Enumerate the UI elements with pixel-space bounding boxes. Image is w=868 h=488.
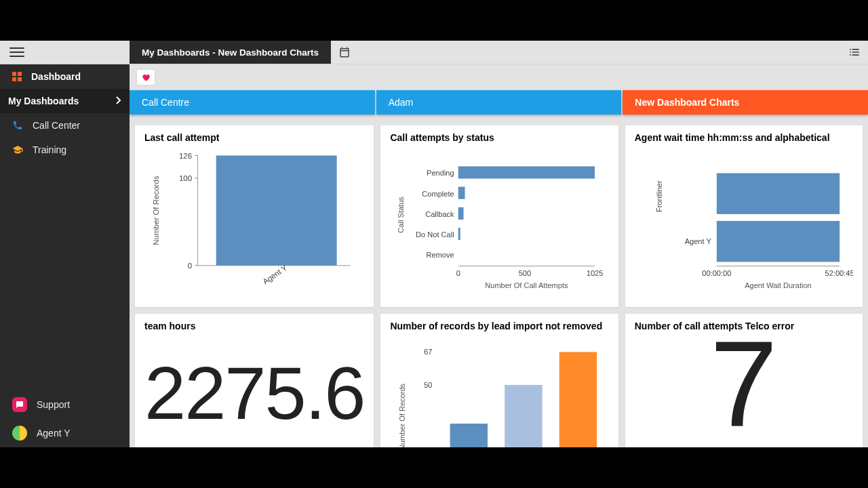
svg-text:Frontliner: Frontliner (655, 180, 663, 212)
chart-last-call: 0100126Agent YNumber Of Records (144, 147, 364, 306)
svg-text:Pending: Pending (427, 169, 455, 177)
svg-text:0: 0 (188, 262, 192, 270)
svg-text:Agent Wait Duration: Agent Wait Duration (745, 281, 812, 289)
svg-text:0: 0 (456, 269, 460, 277)
svg-rect-22 (458, 228, 460, 240)
nav-dashboard-label: Dashboard (31, 71, 117, 82)
topbar: My Dashboards - New Dashboard Charts (130, 41, 868, 64)
card-title: Number of records by lead import not rem… (390, 321, 608, 331)
card-telco: Number of call attempts Telco error 7 (625, 314, 863, 447)
svg-rect-2 (12, 77, 16, 81)
heart-icon (141, 73, 151, 82)
list-button[interactable] (841, 41, 868, 64)
svg-rect-0 (12, 72, 16, 76)
svg-text:00:00:00: 00:00:00 (702, 269, 731, 277)
nav-user[interactable]: Agent Y (0, 419, 130, 447)
svg-text:Agent Y: Agent Y (261, 263, 289, 285)
card-title: Last call attempt (144, 132, 364, 143)
svg-rect-16 (458, 166, 595, 178)
nav-support[interactable]: Support (0, 390, 130, 419)
content: Last call attempt 0100126Agent YNumber O… (130, 117, 868, 447)
app-shell: Dashboard My Dashboards Call Center Trai… (0, 41, 868, 447)
chevron-right-icon (116, 96, 121, 106)
svg-text:126: 126 (179, 152, 192, 160)
toolbar (130, 64, 868, 90)
tab-label: New Dashboard Charts (635, 97, 739, 108)
avatar-icon (12, 426, 27, 441)
tab-label: Call Centre (142, 97, 189, 108)
date-picker-button[interactable] (331, 41, 358, 64)
svg-text:Complete: Complete (422, 190, 454, 198)
metric-telco: 7 (635, 336, 853, 447)
card-title: Call attempts by status (390, 132, 608, 143)
grid-icon (12, 72, 22, 81)
svg-rect-34 (717, 221, 840, 262)
svg-rect-20 (458, 207, 464, 220)
nav-call-center[interactable]: Call Center (0, 113, 130, 138)
graduation-cap-icon (12, 144, 23, 155)
card-title: team hours (144, 321, 364, 331)
card-by-status: Call attempts by status PendingCompleteC… (380, 125, 618, 307)
tab-new-dashboard-charts[interactable]: New Dashboard Charts (623, 90, 868, 115)
svg-rect-43 (559, 352, 597, 447)
svg-rect-42 (505, 385, 542, 447)
card-team-hours: team hours 2275.6 (135, 314, 374, 447)
svg-text:Callback: Callback (426, 210, 455, 218)
tab-call-centre[interactable]: Call Centre (130, 90, 375, 115)
svg-text:52:00:45: 52:00:45 (825, 269, 853, 277)
nav-training-label: Training (33, 144, 117, 155)
metric-team-hours: 2275.6 (144, 336, 364, 447)
chart-by-status: PendingCompleteCallbackDo Not CallRemove… (390, 147, 608, 303)
hamburger-icon[interactable] (9, 45, 24, 60)
tabs: Call Centre Adam New Dashboard Charts (130, 90, 868, 117)
tab-label: Adam (389, 97, 414, 108)
page-title: My Dashboards - New Dashboard Charts (130, 41, 331, 64)
svg-rect-1 (18, 72, 22, 76)
cards-grid: Last call attempt 0100126Agent YNumber O… (135, 125, 863, 447)
card-wait-time: Agent wait time hh:mm:ss and alphabetica… (625, 125, 863, 307)
svg-rect-3 (18, 77, 22, 81)
nav-user-label: Agent Y (37, 428, 117, 439)
list-icon (848, 45, 861, 59)
svg-text:50: 50 (425, 381, 433, 389)
nav-dashboard[interactable]: Dashboard (0, 64, 130, 89)
main: My Dashboards - New Dashboard Charts Cal… (130, 41, 868, 447)
svg-rect-12 (216, 155, 337, 265)
card-lead-import: Number of records by lead import not rem… (380, 314, 618, 447)
svg-text:100: 100 (179, 174, 192, 182)
svg-text:500: 500 (519, 269, 531, 277)
svg-text:Call Status: Call Status (397, 197, 406, 233)
card-title: Agent wait time hh:mm:ss and alphabetica… (635, 132, 853, 143)
svg-text:67: 67 (425, 348, 433, 356)
chat-icon (12, 397, 27, 412)
menu-row (0, 41, 130, 64)
svg-rect-18 (458, 187, 465, 199)
calendar-icon (338, 46, 351, 58)
nav-my-dashboards[interactable]: My Dashboards (0, 89, 130, 113)
team-hours-value: 2275.6 (144, 336, 364, 430)
chart-lead-import: 5067Number Of Records (390, 336, 608, 447)
sidebar: Dashboard My Dashboards Call Center Trai… (0, 41, 130, 447)
svg-text:1025: 1025 (587, 269, 604, 277)
favorite-button[interactable] (136, 69, 155, 85)
telco-value: 7 (635, 336, 853, 433)
chart-wait-time: FrontlinerAgent Y00:00:0052:00:45Agent W… (635, 147, 853, 303)
card-title: Number of call attempts Telco error (635, 321, 853, 331)
nav-my-dashboards-label: My Dashboards (8, 96, 117, 106)
phone-icon (12, 120, 23, 131)
nav-training[interactable]: Training (0, 138, 130, 162)
svg-text:Number Of Records: Number Of Records (152, 176, 160, 245)
svg-text:Number Of Call Attempts: Number Of Call Attempts (486, 281, 569, 289)
nav-support-label: Support (37, 399, 117, 410)
nav-call-center-label: Call Center (33, 120, 117, 131)
svg-rect-32 (717, 173, 840, 214)
card-last-call: Last call attempt 0100126Agent YNumber O… (135, 125, 374, 307)
tab-adam[interactable]: Adam (376, 90, 622, 115)
svg-text:Agent Y: Agent Y (684, 237, 711, 245)
svg-text:Number Of Records: Number Of Records (399, 383, 407, 447)
svg-rect-41 (450, 424, 488, 447)
svg-text:Remove: Remove (427, 251, 454, 259)
svg-text:Do Not Call: Do Not Call (416, 230, 455, 239)
